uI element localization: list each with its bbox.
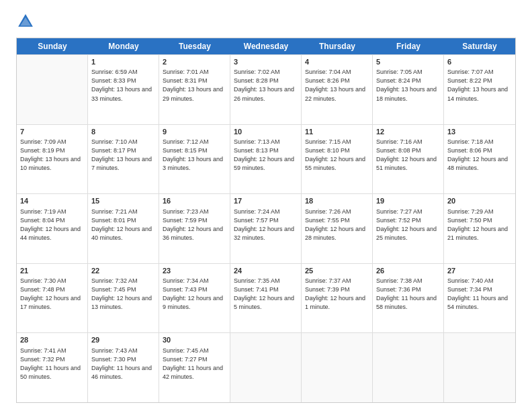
day-number: 20: [447, 196, 512, 206]
calendar-cell: 16Sunrise: 7:23 AMSunset: 7:59 PMDayligh…: [159, 194, 230, 263]
day-number: 15: [91, 196, 155, 206]
day-number: 21: [20, 266, 84, 276]
day-number: 2: [163, 57, 226, 67]
day-number: 26: [376, 266, 440, 276]
cell-info: Sunrise: 7:40 AMSunset: 7:34 PMDaylight:…: [447, 277, 512, 312]
calendar-cell: [373, 333, 444, 402]
calendar-cell: 21Sunrise: 7:30 AMSunset: 7:48 PMDayligh…: [17, 264, 88, 333]
day-number: 13: [447, 127, 512, 137]
header-day: Friday: [373, 38, 444, 54]
calendar-cell: 10Sunrise: 7:13 AMSunset: 8:13 PMDayligh…: [230, 125, 302, 194]
calendar-cell: 23Sunrise: 7:34 AMSunset: 7:43 PMDayligh…: [159, 264, 230, 333]
cell-info: Sunrise: 7:02 AMSunset: 8:28 PMDaylight:…: [234, 68, 298, 103]
cell-info: Sunrise: 7:10 AMSunset: 8:17 PMDaylight:…: [91, 138, 155, 173]
day-number: 8: [91, 127, 155, 137]
header-day: Sunday: [17, 38, 88, 54]
cell-info: Sunrise: 7:04 AMSunset: 8:26 PMDaylight:…: [305, 68, 369, 103]
day-number: 29: [91, 335, 155, 345]
calendar-cell: 29Sunrise: 7:43 AMSunset: 7:30 PMDayligh…: [88, 333, 159, 402]
cell-info: Sunrise: 7:05 AMSunset: 8:24 PMDaylight:…: [376, 68, 440, 103]
cell-info: Sunrise: 7:26 AMSunset: 7:55 PMDaylight:…: [305, 208, 369, 242]
calendar-cell: [230, 333, 302, 402]
day-number: 28: [20, 335, 84, 345]
calendar-cell: 7Sunrise: 7:09 AMSunset: 8:19 PMDaylight…: [17, 125, 88, 194]
calendar-cell: 28Sunrise: 7:41 AMSunset: 7:32 PMDayligh…: [17, 333, 88, 402]
day-number: 3: [234, 57, 298, 67]
calendar-cell: 2Sunrise: 7:01 AMSunset: 8:31 PMDaylight…: [159, 55, 230, 124]
cell-info: Sunrise: 7:01 AMSunset: 8:31 PMDaylight:…: [163, 68, 226, 103]
calendar-cell: [17, 55, 88, 124]
day-number: 7: [20, 127, 84, 137]
calendar-cell: 26Sunrise: 7:38 AMSunset: 7:36 PMDayligh…: [373, 264, 444, 333]
day-number: 11: [305, 127, 369, 137]
calendar-cell: 8Sunrise: 7:10 AMSunset: 8:17 PMDaylight…: [88, 125, 159, 194]
calendar-row: 28Sunrise: 7:41 AMSunset: 7:32 PMDayligh…: [17, 332, 515, 402]
calendar-cell: 5Sunrise: 7:05 AMSunset: 8:24 PMDaylight…: [373, 55, 444, 124]
calendar-cell: 13Sunrise: 7:18 AMSunset: 8:06 PMDayligh…: [444, 125, 515, 194]
header-day: Tuesday: [159, 38, 230, 54]
calendar-cell: 22Sunrise: 7:32 AMSunset: 7:45 PMDayligh…: [88, 264, 159, 333]
calendar-cell: 4Sunrise: 7:04 AMSunset: 8:26 PMDaylight…: [302, 55, 373, 124]
cell-info: Sunrise: 7:15 AMSunset: 8:10 PMDaylight:…: [305, 138, 369, 173]
day-number: 10: [234, 127, 298, 137]
calendar-cell: 14Sunrise: 7:19 AMSunset: 8:04 PMDayligh…: [17, 194, 88, 263]
day-number: 4: [305, 57, 369, 67]
day-number: 18: [305, 196, 369, 206]
calendar-row: 7Sunrise: 7:09 AMSunset: 8:19 PMDaylight…: [17, 124, 515, 194]
calendar-cell: 19Sunrise: 7:27 AMSunset: 7:52 PMDayligh…: [373, 194, 444, 263]
cell-info: Sunrise: 7:09 AMSunset: 8:19 PMDaylight:…: [20, 138, 84, 173]
day-number: 16: [163, 196, 226, 206]
day-number: 27: [447, 266, 512, 276]
calendar-cell: 6Sunrise: 7:07 AMSunset: 8:22 PMDaylight…: [444, 55, 515, 124]
day-number: 5: [376, 57, 440, 67]
calendar-cell: 3Sunrise: 7:02 AMSunset: 8:28 PMDaylight…: [230, 55, 302, 124]
cell-info: Sunrise: 7:24 AMSunset: 7:57 PMDaylight:…: [234, 208, 298, 242]
calendar-cell: 24Sunrise: 7:35 AMSunset: 7:41 PMDayligh…: [230, 264, 302, 333]
cell-info: Sunrise: 7:23 AMSunset: 7:59 PMDaylight:…: [163, 208, 226, 242]
cell-info: Sunrise: 7:41 AMSunset: 7:32 PMDaylight:…: [20, 347, 84, 381]
calendar: SundayMondayTuesdayWednesdayThursdayFrid…: [16, 38, 516, 403]
calendar-cell: 1Sunrise: 6:59 AMSunset: 8:33 PMDaylight…: [88, 55, 159, 124]
calendar-row: 21Sunrise: 7:30 AMSunset: 7:48 PMDayligh…: [17, 263, 515, 333]
cell-info: Sunrise: 7:32 AMSunset: 7:45 PMDaylight:…: [91, 277, 155, 312]
cell-info: Sunrise: 7:43 AMSunset: 7:30 PMDaylight:…: [91, 347, 155, 381]
day-number: 6: [447, 57, 512, 67]
logo: [16, 12, 39, 31]
calendar-cell: [444, 333, 515, 402]
calendar-cell: [302, 333, 373, 402]
cell-info: Sunrise: 7:34 AMSunset: 7:43 PMDaylight:…: [163, 277, 226, 312]
cell-info: Sunrise: 7:30 AMSunset: 7:48 PMDaylight:…: [20, 277, 84, 312]
calendar-cell: 30Sunrise: 7:45 AMSunset: 7:27 PMDayligh…: [159, 333, 230, 402]
day-number: 9: [163, 127, 226, 137]
calendar-cell: 17Sunrise: 7:24 AMSunset: 7:57 PMDayligh…: [230, 194, 302, 263]
day-number: 23: [163, 266, 226, 276]
cell-info: Sunrise: 7:19 AMSunset: 8:04 PMDaylight:…: [20, 208, 84, 242]
calendar-cell: 20Sunrise: 7:29 AMSunset: 7:50 PMDayligh…: [444, 194, 515, 263]
day-number: 22: [91, 266, 155, 276]
calendar-cell: 27Sunrise: 7:40 AMSunset: 7:34 PMDayligh…: [444, 264, 515, 333]
calendar-body: 1Sunrise: 6:59 AMSunset: 8:33 PMDaylight…: [17, 54, 515, 402]
day-number: 25: [305, 266, 369, 276]
calendar-cell: 11Sunrise: 7:15 AMSunset: 8:10 PMDayligh…: [302, 125, 373, 194]
cell-info: Sunrise: 7:29 AMSunset: 7:50 PMDaylight:…: [447, 208, 512, 242]
cell-info: Sunrise: 7:13 AMSunset: 8:13 PMDaylight:…: [234, 138, 298, 173]
day-number: 14: [20, 196, 84, 206]
header-day: Wednesday: [230, 38, 302, 54]
header-day: Saturday: [444, 38, 515, 54]
cell-info: Sunrise: 7:12 AMSunset: 8:15 PMDaylight:…: [163, 138, 226, 173]
page: SundayMondayTuesdayWednesdayThursdayFrid…: [0, 0, 532, 411]
cell-info: Sunrise: 7:37 AMSunset: 7:39 PMDaylight:…: [305, 277, 369, 312]
day-number: 17: [234, 196, 298, 206]
cell-info: Sunrise: 7:16 AMSunset: 8:08 PMDaylight:…: [376, 138, 440, 173]
calendar-header: SundayMondayTuesdayWednesdayThursdayFrid…: [17, 38, 515, 54]
calendar-cell: 18Sunrise: 7:26 AMSunset: 7:55 PMDayligh…: [302, 194, 373, 263]
calendar-row: 14Sunrise: 7:19 AMSunset: 8:04 PMDayligh…: [17, 193, 515, 263]
calendar-cell: 15Sunrise: 7:21 AMSunset: 8:01 PMDayligh…: [88, 194, 159, 263]
calendar-row: 1Sunrise: 6:59 AMSunset: 8:33 PMDaylight…: [17, 54, 515, 124]
day-number: 1: [91, 57, 155, 67]
cell-info: Sunrise: 7:45 AMSunset: 7:27 PMDaylight:…: [163, 347, 226, 381]
cell-info: Sunrise: 7:21 AMSunset: 8:01 PMDaylight:…: [91, 208, 155, 242]
cell-info: Sunrise: 7:38 AMSunset: 7:36 PMDaylight:…: [376, 277, 440, 312]
day-number: 19: [376, 196, 440, 206]
cell-info: Sunrise: 6:59 AMSunset: 8:33 PMDaylight:…: [91, 68, 155, 103]
